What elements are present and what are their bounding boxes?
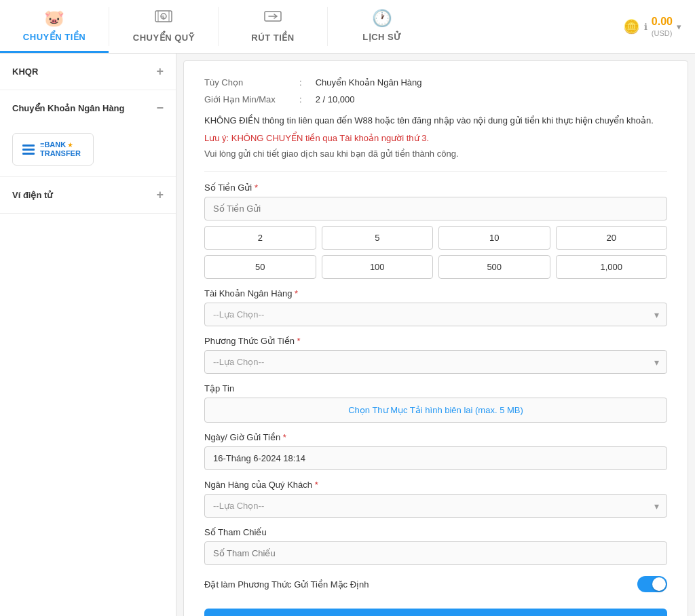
sidebar: KHQR + Chuyển Khoản Ngân Hàng − xyxy=(0,54,176,616)
tai-khoan-select[interactable]: --Lựa Chọn-- xyxy=(204,303,667,326)
minus-icon-chuyen-khoan: − xyxy=(156,101,164,115)
sidebar-item-khqr[interactable]: KHQR + xyxy=(0,54,176,90)
tap-tin-label: Tập Tin xyxy=(204,383,667,393)
so-tien-gui-label: Số Tiền Gửi * xyxy=(204,182,667,193)
form-group-tap-tin: Tập Tin Chọn Thư Mục Tải hình biên lai (… xyxy=(204,383,667,423)
form-group-ngan-hang: Ngân Hàng của Quý Khách * --Lựa Chọn-- xyxy=(204,480,667,518)
gioi-han-label: Giới Hạn Min/Max xyxy=(204,94,286,104)
main-layout: KHQR + Chuyển Khoản Ngân Hàng − xyxy=(0,54,695,616)
ngan-hang-select[interactable]: --Lựa Chọn-- xyxy=(204,494,667,518)
gioi-han-colon: : xyxy=(299,94,302,104)
nav-chuyen-tien-label: CHUYỂN TIỀN xyxy=(23,32,86,42)
amount-btn-1000[interactable]: 1,000 xyxy=(556,255,668,279)
warning-text: KHÔNG ĐIỀN thông tin liên quan đến W88 h… xyxy=(204,115,654,126)
so-tham-chieu-input[interactable] xyxy=(204,541,667,565)
so-tien-gui-input[interactable] xyxy=(204,197,667,220)
wallet-icon: 🪙 xyxy=(623,18,640,35)
chuyen-quy-icon: $ xyxy=(154,8,173,28)
sidebar-section-vi-dien-tu: Ví điện tử + xyxy=(0,177,176,214)
toggle-label: Đặt làm Phương Thức Gửi Tiền Mặc Định xyxy=(204,579,369,590)
bank-logo-line2: TRANSFER xyxy=(40,149,81,158)
balance-currency: (USD) xyxy=(652,29,673,37)
phuong-thuc-label: Phương Thức Gửi Tiền * xyxy=(204,336,667,346)
toggle-row: Đặt làm Phương Thức Gửi Tiền Mặc Định xyxy=(204,576,667,592)
tai-khoan-select-wrapper: --Lựa Chọn-- xyxy=(204,303,667,326)
so-tien-required: * xyxy=(255,182,258,193)
tuy-chon-value: Chuyển Khoản Ngân Hàng xyxy=(316,77,422,88)
submit-button[interactable]: GỬI TIỀN xyxy=(204,609,667,616)
amount-btn-50[interactable]: 50 xyxy=(204,255,316,279)
warning-red: Lưu ý: KHÔNG CHUYỂN tiền qua Tài khoản n… xyxy=(204,133,667,143)
phuong-thuc-select[interactable]: --Lựa Chọn-- xyxy=(204,350,667,374)
sidebar-vi-dien-tu-label: Ví điện tử xyxy=(12,190,52,200)
content-area: Tùy Chọn : Chuyển Khoản Ngân Hàng Giới H… xyxy=(183,60,688,616)
sidebar-item-vi-dien-tu[interactable]: Ví điện tử + xyxy=(0,177,176,213)
amount-btn-100[interactable]: 100 xyxy=(322,255,434,279)
amount-btn-20[interactable]: 20 xyxy=(556,226,668,250)
bank-icon xyxy=(22,145,35,155)
file-upload-button[interactable]: Chọn Thư Mục Tải hình biên lai (max. 5 M… xyxy=(204,398,667,423)
sidebar-section-chuyen-khoan: Chuyển Khoản Ngân Hàng − ≡BANK xyxy=(0,90,176,177)
plus-icon-vi-dien-tu: + xyxy=(156,188,164,202)
balance-display: 🪙 ℹ 0.00 (USD) ▾ xyxy=(609,0,695,53)
ngay-gio-input[interactable] xyxy=(204,446,667,470)
nav-lich-su-label: LỊCH SỬ xyxy=(362,32,402,42)
sidebar-item-chuyen-khoan[interactable]: Chuyển Khoản Ngân Hàng − xyxy=(0,90,176,126)
toggle-knob xyxy=(652,577,666,591)
ngan-hang-select-wrapper: --Lựa Chọn-- xyxy=(204,494,667,518)
form-group-ngay-gio: Ngày/ Giờ Gửi Tiền * xyxy=(204,432,667,470)
amount-btn-2[interactable]: 2 xyxy=(204,226,316,250)
file-upload-text: Chọn Thư Mục Tải hình biên lai (max. 5 M… xyxy=(348,405,523,415)
sidebar-chuyen-khoan-content: ≡BANK ★ TRANSFER xyxy=(0,126,176,176)
info-row-tuy-chon: Tùy Chọn : Chuyển Khoản Ngân Hàng xyxy=(204,77,667,88)
top-navigation: 🐷 CHUYỂN TIỀN $ CHUYỂN QUỸ RÚT TIỀN 🕐 LỊ… xyxy=(0,0,695,54)
so-tham-chieu-label: Số Tham Chiếu xyxy=(204,527,667,537)
amount-button-grid: 2 5 10 20 50 100 500 1,000 xyxy=(204,226,667,279)
plus-icon-khqr: + xyxy=(156,64,164,79)
bank-star-icon: ★ xyxy=(67,141,73,149)
nav-lich-su[interactable]: 🕐 LỊCH SỬ xyxy=(328,0,436,53)
info-note: Vui lòng gửi chi tiết giao dịch sau khi … xyxy=(204,147,667,161)
balance-amount-wrapper: 0.00 (USD) xyxy=(652,16,673,38)
nav-chuyen-quy[interactable]: $ CHUYỂN QUỸ xyxy=(109,0,218,53)
bank-text-block: ≡BANK ★ TRANSFER xyxy=(40,140,81,158)
nav-rut-tien[interactable]: RÚT TIỀN xyxy=(219,0,327,53)
tai-khoan-label: Tài Khoản Ngân Hàng * xyxy=(204,288,667,299)
tuy-chon-label: Tùy Chọn xyxy=(204,77,286,88)
form-group-phuong-thuc: Phương Thức Gửi Tiền * --Lựa Chọn-- xyxy=(204,336,667,374)
chevron-down-icon[interactable]: ▾ xyxy=(677,22,681,32)
phuong-thuc-required: * xyxy=(297,336,301,346)
sidebar-khqr-label: KHQR xyxy=(12,66,38,77)
amount-btn-500[interactable]: 500 xyxy=(438,255,550,279)
svg-text:$: $ xyxy=(162,14,165,20)
form-group-tai-khoan: Tài Khoản Ngân Hàng * --Lựa Chọn-- xyxy=(204,288,667,326)
warning-box: KHÔNG ĐIỀN thông tin liên quan đến W88 h… xyxy=(204,114,667,128)
tuy-chon-colon: : xyxy=(299,77,302,88)
ngay-gio-label: Ngày/ Giờ Gửi Tiền * xyxy=(204,432,667,442)
ngan-hang-label: Ngân Hàng của Quý Khách * xyxy=(204,480,667,490)
amount-btn-5[interactable]: 5 xyxy=(322,226,434,250)
form-group-so-tham-chieu: Số Tham Chiếu xyxy=(204,527,667,565)
balance-amount: 0.00 xyxy=(652,16,673,27)
phuong-thuc-select-wrapper: --Lựa Chọn-- xyxy=(204,350,667,374)
amount-btn-10[interactable]: 10 xyxy=(438,226,550,250)
nav-chuyen-quy-label: CHUYỂN QUỸ xyxy=(133,33,194,43)
info-icon[interactable]: ℹ xyxy=(644,22,647,32)
form-group-so-tien: Số Tiền Gửi * 2 5 10 20 50 100 500 1,000 xyxy=(204,182,667,279)
section-divider xyxy=(204,171,667,172)
info-row-gioi-han: Giới Hạn Min/Max : 2 / 10,000 xyxy=(204,94,667,104)
toggle-switch[interactable] xyxy=(637,576,667,592)
tai-khoan-required: * xyxy=(295,288,298,299)
nav-rut-tien-label: RÚT TIỀN xyxy=(251,33,294,43)
sidebar-section-khqr: KHQR + xyxy=(0,54,176,90)
gioi-han-value: 2 / 10,000 xyxy=(316,94,355,104)
sidebar-chuyen-khoan-label: Chuyển Khoản Ngân Hàng xyxy=(12,103,125,113)
chuyen-tien-icon: 🐷 xyxy=(44,9,65,28)
nav-chuyen-tien[interactable]: 🐷 CHUYỂN TIỀN xyxy=(0,0,109,53)
bank-transfer-logo[interactable]: ≡BANK ★ TRANSFER xyxy=(12,133,94,166)
ngay-gio-required: * xyxy=(283,432,286,442)
bank-logo-line1: ≡BANK xyxy=(40,140,66,149)
ngan-hang-required: * xyxy=(315,480,318,490)
lich-su-icon: 🕐 xyxy=(372,9,393,28)
rut-tien-icon xyxy=(263,8,282,28)
